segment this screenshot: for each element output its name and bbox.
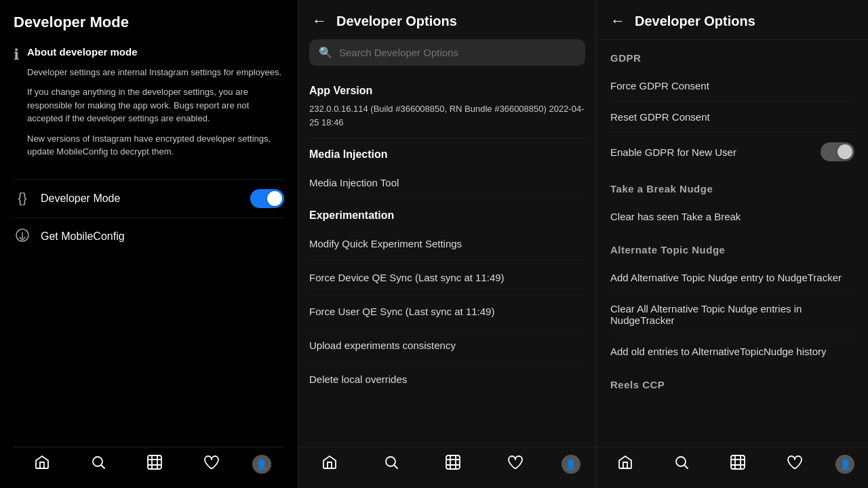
reels-ccp-title: Reels CCP (610, 367, 854, 397)
reset-gdpr-consent-item[interactable]: Reset GDPR Consent (610, 102, 854, 133)
developer-mode-label: Developer Mode (41, 192, 241, 205)
take-a-break-section: Take a Break Nudge Clear has seen Take a… (610, 171, 854, 232)
experimentation-header: Experimentation (309, 200, 585, 227)
mobileconfig-label: Get MobileConfig (41, 230, 284, 243)
right-panel: ← Developer Options GDPR Force GDPR Cons… (597, 0, 868, 488)
right-nav-reels-icon[interactable] (723, 454, 753, 474)
about-para-1: Developer settings are internal Instagra… (27, 66, 284, 79)
about-text: About developer mode Developer settings … (27, 45, 284, 165)
right-nav-home-icon[interactable] (610, 454, 640, 474)
mid-nav-reels-icon[interactable] (438, 454, 468, 474)
middle-content: App Version 232.0.0.16.114 (Build #36600… (298, 75, 596, 447)
exp-item-3[interactable]: Upload experiments consistency (309, 329, 585, 363)
enable-gdpr-toggle[interactable] (821, 142, 854, 161)
app-version-value: 232.0.0.16.114 (Build #366008850, RN Bun… (309, 102, 585, 139)
force-gdpr-consent-item[interactable]: Force GDPR Consent (610, 70, 854, 102)
right-content: GDPR Force GDPR Consent Reset GDPR Conse… (597, 40, 868, 447)
right-header: ← Developer Options (597, 0, 868, 40)
right-nav-heart-icon[interactable] (779, 454, 809, 474)
right-nav-profile-avatar[interactable]: 👤 (835, 455, 854, 474)
media-injection-header: Media Injection (309, 139, 585, 166)
right-nav-search-icon[interactable] (667, 454, 696, 474)
right-header-title: Developer Options (635, 14, 755, 29)
alternate-topic-title: Alternate Topic Nudge (610, 232, 854, 262)
middle-header: ← Developer Options (298, 0, 596, 39)
search-icon: 🔍 (319, 46, 332, 59)
search-input[interactable] (339, 47, 576, 58)
mobileconfig-icon (14, 228, 31, 246)
clear-seen-take-a-break-item[interactable]: Clear has seen Take a Break (610, 201, 854, 232)
get-mobileconfig-item[interactable]: Get MobileConfig (14, 218, 284, 256)
left-panel: Developer Mode ℹ About developer mode De… (0, 0, 298, 488)
right-back-button[interactable]: ← (610, 12, 625, 30)
alternate-topic-section: Alternate Topic Nudge Add Alternative To… (610, 232, 854, 367)
clear-all-alt-topic-nudge-item[interactable]: Clear All Alternative Topic Nudge entrie… (610, 293, 854, 336)
mid-nav-profile-avatar[interactable]: 👤 (561, 455, 580, 474)
mid-nav-home-icon[interactable] (315, 454, 344, 474)
middle-header-title: Developer Options (336, 14, 457, 29)
nav-search-icon[interactable] (83, 454, 113, 474)
svg-rect-2 (148, 455, 161, 469)
middle-panel: ← Developer Options 🔍 App Version 232.0.… (298, 0, 597, 488)
nav-home-icon[interactable] (27, 454, 57, 474)
right-bottom-nav: 👤 (597, 447, 868, 488)
search-bar[interactable]: 🔍 (309, 39, 585, 66)
developer-mode-toggle[interactable] (250, 189, 284, 208)
svg-rect-6 (731, 455, 745, 469)
about-para-2: If you change anything in the developer … (27, 85, 284, 125)
developer-mode-item[interactable]: {} Developer Mode (14, 179, 284, 218)
enable-gdpr-new-user-item[interactable]: Enable GDPR for New User (610, 133, 854, 171)
gdpr-section: GDPR Force GDPR Consent Reset GDPR Conse… (610, 40, 854, 171)
info-icon: ℹ (14, 46, 19, 165)
middle-back-button[interactable]: ← (312, 12, 327, 30)
gdpr-title: GDPR (610, 40, 854, 70)
exp-item-4[interactable]: Delete local overrides (309, 363, 585, 396)
nav-profile-avatar[interactable]: 👤 (252, 455, 271, 474)
middle-bottom-nav: 👤 (298, 447, 596, 488)
add-alt-topic-nudge-item[interactable]: Add Alternative Topic Nudge entry to Nud… (610, 262, 854, 293)
about-section: ℹ About developer mode Developer setting… (14, 45, 284, 165)
exp-item-2[interactable]: Force User QE Sync (Last sync at 11:49) (309, 295, 585, 329)
exp-item-0[interactable]: Modify Quick Experiment Settings (309, 227, 585, 261)
left-panel-title: Developer Mode (14, 14, 284, 31)
nav-heart-icon[interactable] (196, 454, 226, 474)
app-version-header: App Version (309, 75, 585, 102)
nav-reels-icon[interactable] (140, 454, 170, 474)
add-old-entries-item[interactable]: Add old entries to AlternativeTopicNudge… (610, 336, 854, 367)
mid-nav-heart-icon[interactable] (500, 454, 530, 474)
developer-mode-icon: {} (14, 190, 31, 206)
media-injection-tool-item[interactable]: Media Injection Tool (309, 166, 585, 200)
reels-ccp-section: Reels CCP (610, 367, 854, 397)
left-bottom-nav: 👤 (14, 447, 284, 488)
about-heading: About developer mode (27, 45, 284, 60)
mid-nav-search-icon[interactable] (376, 454, 406, 474)
developer-mode-toggle-container (250, 189, 284, 208)
about-para-3: New versions of Instagram have encrypted… (27, 132, 284, 159)
exp-item-1[interactable]: Force Device QE Sync (Last sync at 11:49… (309, 261, 585, 295)
take-a-break-title: Take a Break Nudge (610, 171, 854, 201)
svg-rect-4 (446, 455, 460, 469)
